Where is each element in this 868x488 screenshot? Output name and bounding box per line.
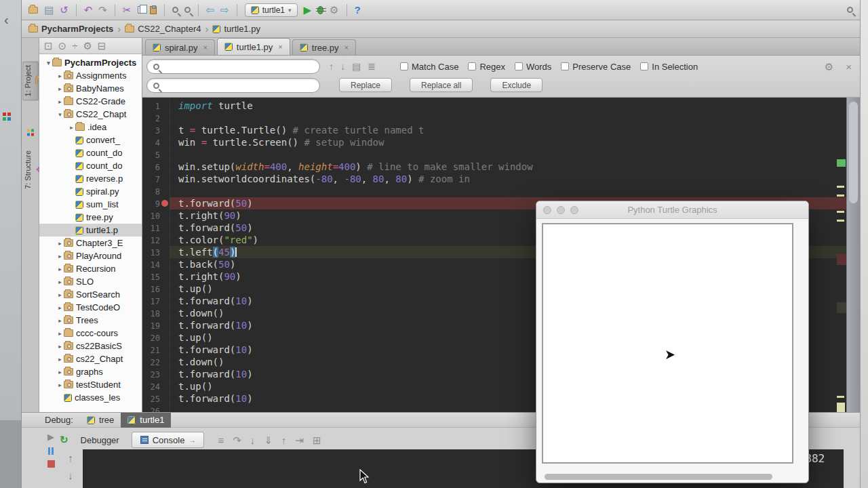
step-out-icon[interactable]: ↑ — [281, 435, 287, 445]
hide-panel-icon[interactable]: ⊟ — [98, 41, 106, 51]
scroll-up-icon[interactable]: ↑ — [68, 452, 73, 464]
close-find-icon[interactable]: × — [846, 62, 852, 72]
tree-item-pycharmprojects[interactable]: ▾PycharmProjects — [39, 56, 142, 69]
exclude-button[interactable]: Exclude — [490, 78, 542, 92]
sidebar-item-structure[interactable]: 7: Structure ❖ — [22, 146, 39, 193]
gutter[interactable] — [160, 173, 170, 185]
save-icon[interactable]: ▤ — [44, 5, 54, 15]
replace-input[interactable] — [163, 81, 313, 90]
sync-icon[interactable]: ↺ — [60, 5, 68, 15]
tree-item-convert-[interactable]: convert_ — [39, 134, 142, 146]
tab-debugger[interactable]: Debugger — [73, 432, 127, 448]
tree-item-cccc-cours[interactable]: ▸cccc-cours — [39, 327, 142, 340]
tab-spiral-py[interactable]: spiral.py× — [145, 39, 215, 55]
gutter[interactable] — [160, 307, 170, 319]
tree-expander-icon[interactable]: ▸ — [56, 98, 64, 105]
checkbox-match-case[interactable]: Match Case — [400, 62, 458, 72]
checkbox-icon[interactable] — [468, 62, 476, 70]
close-tab-icon[interactable]: × — [278, 43, 282, 51]
tree-expander-icon[interactable]: ▸ — [56, 253, 64, 260]
tree-item-reverse-p[interactable]: reverse.p — [39, 172, 142, 185]
tree-item-recursion[interactable]: ▸Recursion — [39, 262, 142, 275]
breadcrumb-item[interactable]: turtle1.py — [212, 24, 260, 34]
tree-item--idea[interactable]: ▸.idea — [39, 121, 142, 134]
tab-turtle1-py[interactable]: turtle1.py× — [217, 38, 290, 55]
gutter[interactable] — [160, 356, 170, 368]
find-in-path-icon[interactable] — [184, 7, 191, 13]
stripe-mark[interactable] — [837, 211, 844, 213]
tree-item-chapter3-e[interactable]: ▸Chapter3_E — [39, 237, 142, 249]
tree-item-sum-list[interactable]: sum_list — [39, 198, 142, 211]
tree-expander-icon[interactable]: ▾ — [56, 111, 64, 118]
tree-item-trees[interactable]: ▸Trees — [39, 314, 142, 327]
tree-expander-icon[interactable]: ▸ — [56, 330, 64, 337]
breadcrumb-item[interactable]: PycharmProjects — [28, 24, 113, 34]
gutter[interactable] — [160, 331, 170, 344]
find-icon[interactable] — [172, 7, 178, 13]
tree-expander-icon[interactable]: ▸ — [56, 343, 64, 350]
gutter[interactable] — [160, 136, 170, 148]
stop-icon[interactable] — [47, 460, 55, 468]
show-execution-point-icon[interactable]: ≡ — [218, 435, 224, 445]
tree-expander-icon[interactable]: ▾ — [45, 60, 52, 66]
error-stripe[interactable] — [835, 157, 846, 412]
gutter[interactable] — [160, 368, 170, 380]
collapse-all-icon[interactable]: ÷ — [72, 41, 77, 51]
paste-icon[interactable] — [150, 6, 157, 14]
tree-expander-icon[interactable]: ▸ — [56, 240, 64, 247]
tree-item-playaround[interactable]: ▸PlayAround — [39, 249, 142, 262]
replace-all-button[interactable]: Replace all — [410, 78, 473, 92]
force-step-into-icon[interactable]: ⇓ — [264, 435, 273, 445]
tree-expander-icon[interactable]: ▸ — [56, 356, 64, 363]
tree-item-babynames[interactable]: ▸BabyNames — [39, 82, 142, 95]
copy-icon[interactable] — [138, 6, 144, 14]
tree-item-assignments[interactable]: ▸Assignments — [39, 69, 142, 82]
checkbox-icon[interactable] — [400, 62, 408, 70]
code-line-5[interactable]: 5 — [142, 148, 846, 161]
breakpoint-icon[interactable] — [161, 200, 168, 207]
turtle-graphics-window[interactable]: Python Turtle Graphics — [536, 201, 809, 483]
tree-expander-icon[interactable]: ▸ — [56, 317, 64, 324]
tree-item-sortsearch[interactable]: ▸SortSearch — [39, 288, 142, 301]
stripe-mark[interactable] — [837, 159, 846, 167]
gutter[interactable] — [160, 161, 170, 173]
checkbox-words[interactable]: Words — [515, 62, 551, 72]
run-configuration-select[interactable]: turtle1 ▾ — [245, 3, 298, 17]
gutter[interactable] — [160, 124, 170, 136]
sidebar-item-project[interactable]: 1: Project — [22, 61, 39, 100]
tree-item-classes-les[interactable]: classes_les — [39, 391, 142, 404]
tree-item-cs22basics[interactable]: ▸cs22BasicS — [39, 340, 142, 352]
tree-item-slo[interactable]: ▸SLO — [39, 275, 142, 288]
gutter[interactable] — [160, 283, 170, 295]
viewmode-icon[interactable]: ⊡ — [44, 41, 53, 51]
minimize-window-icon[interactable] — [557, 206, 565, 214]
turtle-window-titlebar[interactable]: Python Turtle Graphics — [536, 201, 808, 219]
code-line-6[interactable]: 6win.setup(width=400, height=400) # line… — [142, 161, 846, 173]
code-line-4[interactable]: 4win = turtle.Screen() # setup window — [142, 136, 846, 148]
back-icon[interactable]: ⇦ — [206, 5, 215, 15]
stripe-mark[interactable] — [837, 403, 845, 412]
debug-session-tab-tree[interactable]: tree — [80, 413, 121, 428]
tree-item-tree-py[interactable]: tree.py — [39, 211, 142, 224]
gutter[interactable] — [160, 319, 170, 331]
close-tab-icon[interactable]: × — [344, 43, 349, 52]
close-window-icon[interactable] — [543, 206, 551, 214]
help-icon[interactable]: ? — [355, 5, 361, 15]
settings-wrench-icon[interactable]: ⚙ — [330, 5, 338, 15]
find-all-icon[interactable]: ▤ — [352, 62, 361, 71]
checkbox-preserve-case[interactable]: Preserve Case — [561, 62, 631, 72]
scroll-down-icon[interactable]: ↓ — [68, 470, 73, 481]
checkbox-regex[interactable]: Regex — [468, 62, 505, 72]
forward-icon[interactable]: ⇨ — [220, 5, 229, 15]
checkbox-icon[interactable] — [561, 62, 569, 70]
tree-item-cs22-chapt[interactable]: ▾CS22_Chapt — [39, 108, 142, 121]
turtle-horizontal-scrollbar[interactable] — [545, 474, 772, 480]
tree-item-spiral-py[interactable]: spiral.py — [39, 185, 142, 198]
rerun-icon[interactable]: ↻ — [60, 434, 68, 446]
checkbox-in-selection[interactable]: In Selection — [640, 62, 698, 72]
tree-item-cs22-chapt[interactable]: ▸cs22_Chapt — [39, 352, 142, 365]
code-line-1[interactable]: 1import turtle — [142, 100, 846, 112]
checkbox-icon[interactable] — [515, 62, 523, 70]
run-icon[interactable]: ▶ — [304, 5, 312, 15]
tree-expander-icon[interactable]: ▸ — [56, 291, 64, 298]
